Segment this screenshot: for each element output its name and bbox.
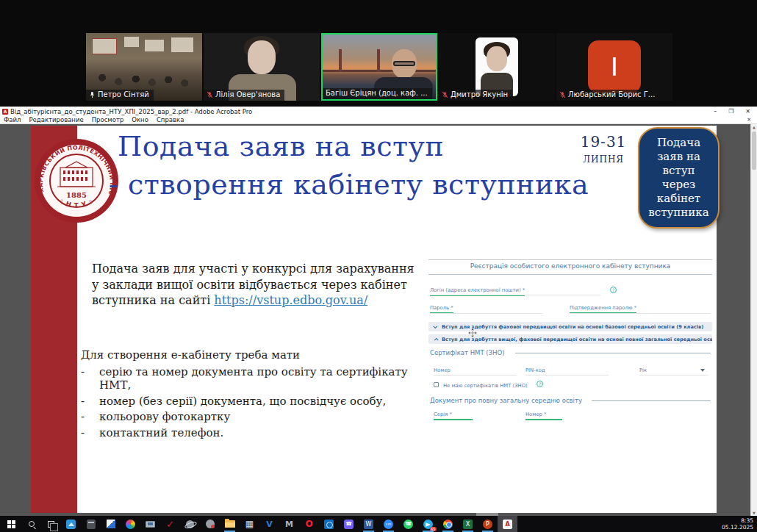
person-head bbox=[248, 40, 276, 74]
acrobat-app-icon: A bbox=[2, 109, 8, 115]
mic-muted-icon bbox=[207, 91, 213, 98]
taskbar-orbit-app[interactable] bbox=[180, 516, 200, 532]
list-intro: Для створення е-кабінету треба мати bbox=[81, 348, 434, 362]
no-nmt-checkbox bbox=[434, 382, 439, 387]
taskbar-photos[interactable] bbox=[61, 516, 81, 532]
acrobat-window: A Від_абітурієнта_до_студента_НТУ_ХПІ_20… bbox=[0, 107, 757, 516]
accordion-label: Вступ для здобуття фахової передвищої ос… bbox=[442, 324, 703, 330]
confirm-password-field-underline bbox=[570, 313, 711, 314]
taskbar-whatsapp[interactable]: ☎ bbox=[398, 516, 418, 532]
taskbar-this-pc[interactable] bbox=[140, 516, 160, 532]
participant-tile-liliia[interactable]: Лілія Овер'янова bbox=[204, 33, 320, 101]
minimize-button[interactable]: – bbox=[714, 108, 717, 115]
move-cursor-icon bbox=[468, 328, 477, 337]
participant-name: Петро Сінтяй bbox=[98, 90, 149, 100]
no-nmt-checkbox-label: Не маю сертифікатів НМТ (ЗНО) bbox=[443, 383, 528, 389]
system-tray-clock[interactable]: 8:35 05.12.2025 bbox=[722, 517, 757, 531]
nmt-pin-label: PIN-код bbox=[525, 367, 545, 373]
form-header: Реєстрація особистого електронного кабін… bbox=[428, 262, 712, 270]
nmt-year-label: Рік bbox=[639, 367, 647, 373]
task-view-button[interactable] bbox=[41, 516, 61, 532]
taskbar-word[interactable]: W bbox=[359, 516, 378, 532]
classroom-poster bbox=[145, 40, 164, 51]
taskbar-explorer[interactable] bbox=[220, 516, 240, 532]
taskbar-copilot[interactable] bbox=[121, 516, 140, 532]
bridge-tower bbox=[339, 49, 342, 72]
screen: Петро Сінтяй Лілія Овер'янова bbox=[0, 0, 757, 532]
scrollbar-thumb[interactable] bbox=[752, 132, 756, 170]
form-divider bbox=[428, 274, 712, 275]
whatsapp-icon: ☎ bbox=[403, 520, 413, 529]
window-titlebar[interactable]: A Від_абітурієнта_до_студента_НТУ_ХПІ_20… bbox=[0, 107, 757, 116]
close-button[interactable]: ✕ bbox=[745, 108, 750, 115]
scroll-up-arrow-icon[interactable]: ▲ bbox=[751, 125, 757, 129]
registration-form-screenshot: Реєстрація особистого електронного кабін… bbox=[428, 259, 712, 437]
taskbar-opera[interactable]: O bbox=[299, 516, 319, 532]
tray-date: 05.12.2025 bbox=[722, 524, 753, 531]
windows-logo-icon bbox=[7, 520, 15, 528]
menu-file[interactable]: Файл bbox=[4, 116, 21, 123]
taskbar-calculator[interactable]: ▦ bbox=[240, 516, 259, 532]
scanner-icon bbox=[87, 520, 96, 529]
taskbar-viber[interactable]: ☎ bbox=[339, 516, 359, 532]
nmt-year-underline bbox=[639, 375, 708, 375]
menu-view[interactable]: Просмотр bbox=[92, 116, 124, 123]
taskbar-acrobat-active[interactable]: A bbox=[498, 516, 517, 532]
taskbar-powerpoint[interactable]: P bbox=[478, 516, 498, 532]
task-view-icon bbox=[48, 521, 54, 528]
profile-photo bbox=[476, 37, 518, 96]
doc-number-label: Номер * bbox=[525, 411, 562, 420]
classroom-poster bbox=[92, 38, 117, 54]
vstup-edbo-link[interactable]: https://vstup.edbo.gov.ua/ bbox=[214, 293, 367, 307]
participant-tile-bagish-active-speaker[interactable]: Багіш Єріцян (доц. каф. ... bbox=[321, 33, 437, 101]
maple-icon: M bbox=[285, 520, 293, 529]
taskbar-media-app[interactable] bbox=[200, 516, 220, 532]
taskbar-scanner[interactable] bbox=[81, 516, 101, 532]
acrobat-icon: A bbox=[503, 520, 512, 529]
avatar: І bbox=[588, 40, 641, 93]
nmt-number-underline bbox=[434, 375, 517, 375]
date-month: липня bbox=[571, 151, 636, 165]
nmt-section-label: Сертифікат НМТ (ЗНО) bbox=[430, 349, 504, 356]
participant-tile-liubarskyi[interactable]: І Любарський Борис Г... bbox=[556, 33, 672, 101]
slide-requirements-list: Для створення е-кабінету треба мати сері… bbox=[81, 348, 434, 442]
taskbar-maple[interactable]: M bbox=[279, 516, 299, 532]
taskbar-telegram[interactable]: 65 bbox=[418, 516, 438, 532]
participant-name-tag: Багіш Єріцян (доц. каф. ... bbox=[323, 88, 432, 99]
menu-edit[interactable]: Редактирование bbox=[29, 116, 83, 123]
taskbar-excel[interactable]: X bbox=[458, 516, 478, 532]
mic-muted-icon bbox=[559, 91, 566, 98]
list-item: контактний телефон. bbox=[81, 426, 434, 439]
taskbar-search[interactable] bbox=[21, 516, 41, 532]
taskbar-snipping-tool[interactable] bbox=[101, 516, 121, 532]
restore-button[interactable]: ❐ bbox=[728, 108, 733, 115]
participant-name: Лілія Овер'янова bbox=[215, 90, 280, 100]
date-range: 19-31 bbox=[571, 133, 636, 151]
pdf-slide-page: ХАРКІВСЬКИЙ ПОЛІТЕХНІЧНИЙ ІНСТИТУТ ◦ Н Т… bbox=[31, 126, 717, 513]
slide-title-line2: - створення кабінету вступника bbox=[109, 168, 589, 201]
nmt-section-rule bbox=[515, 353, 711, 353]
taskbar-chrome[interactable] bbox=[438, 516, 458, 532]
tray-time: 8:35 bbox=[722, 517, 753, 524]
taskbar-antivirus[interactable]: ✓ bbox=[160, 516, 180, 532]
participant-tile-dmytro[interactable]: Дмитро Якунін bbox=[439, 33, 555, 101]
chrome-icon bbox=[443, 520, 453, 529]
toolbar-close-icon[interactable]: ✕ bbox=[747, 117, 753, 123]
participant-tile-petro[interactable]: Петро Сінтяй bbox=[86, 33, 202, 101]
doc-section-label: Документ про повну загальну середню осві… bbox=[430, 397, 582, 404]
list-item: номер (без серії) документа, що посвідчу… bbox=[81, 395, 434, 408]
nmt-pin-underline bbox=[525, 375, 609, 375]
vertical-scrollbar[interactable]: ▲ ▼ bbox=[750, 124, 757, 516]
menu-help[interactable]: Справка bbox=[157, 116, 184, 123]
start-button[interactable] bbox=[1, 516, 21, 532]
classroom-poster bbox=[171, 37, 193, 52]
taskbar-zoom[interactable]: zm bbox=[378, 516, 398, 532]
scroll-down-arrow-icon[interactable]: ▼ bbox=[751, 511, 757, 515]
outlook-icon bbox=[324, 520, 334, 529]
university-seal-logo: ХАРКІВСЬКИЙ ПОЛІТЕХНІЧНИЙ ІНСТИТУТ ◦ Н Т… bbox=[33, 137, 120, 224]
taskbar-visio[interactable]: V bbox=[259, 516, 279, 532]
taskbar-outlook[interactable] bbox=[319, 516, 339, 532]
powerpoint-icon: P bbox=[483, 520, 492, 529]
help-icon: ? bbox=[610, 287, 617, 293]
menu-window[interactable]: Окно bbox=[132, 116, 148, 123]
